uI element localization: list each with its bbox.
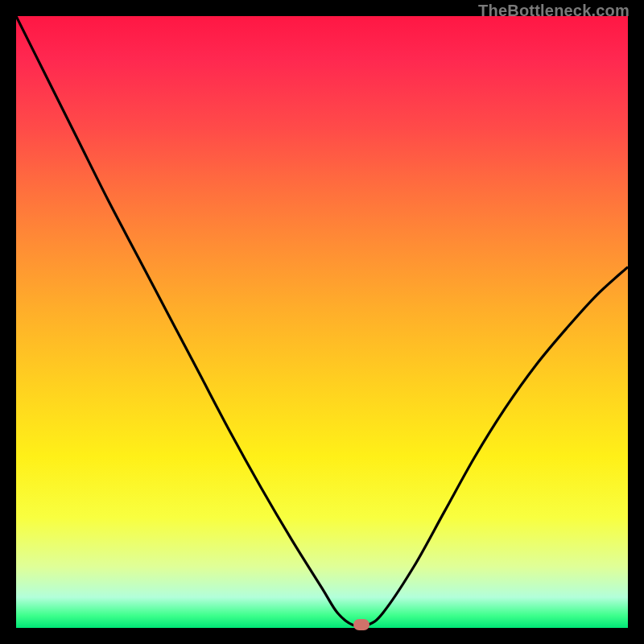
min-marker: [353, 619, 369, 630]
bottleneck-curve-path: [16, 16, 628, 626]
chart-stage: TheBottleneck.com: [0, 0, 644, 644]
curve-svg: [16, 16, 628, 628]
plot-area: [16, 16, 628, 628]
